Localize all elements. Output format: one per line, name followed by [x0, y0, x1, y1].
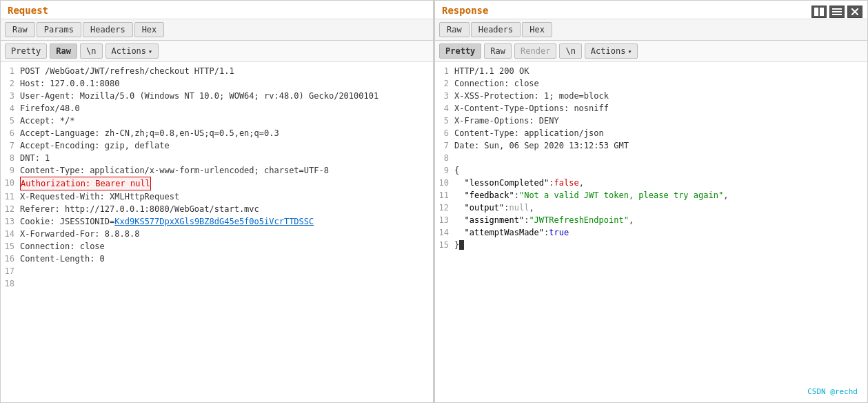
- request-line-18: 18: [1, 277, 433, 290]
- request-tab-raw[interactable]: Raw: [5, 22, 35, 37]
- response-line-7: 7 Date: Sun, 06 Sep 2020 13:12:53 GMT: [435, 139, 867, 152]
- request-line-2: 2 Host: 127.0.0.1:8080: [1, 77, 433, 90]
- request-tab-headers[interactable]: Headers: [83, 22, 133, 37]
- response-tab-headers[interactable]: Headers: [471, 22, 521, 37]
- request-panel: Request Raw Params Headers Hex Pretty Ra…: [0, 0, 434, 403]
- response-actions-btn[interactable]: Actions ▾: [585, 43, 638, 59]
- request-line-17: 17: [1, 265, 433, 277]
- response-line-10: 10 "lessonCompleted":false,: [435, 177, 867, 189]
- request-line-7: 7 Accept-Encoding: gzip, deflate: [1, 139, 433, 152]
- response-line-3: 3 X-XSS-Protection: 1; mode=block: [435, 90, 867, 102]
- request-line-4: 4 Firefox/48.0: [1, 102, 433, 115]
- request-tab-params[interactable]: Params: [37, 22, 81, 37]
- request-actions-chevron: ▾: [148, 48, 152, 55]
- response-tab-raw[interactable]: Raw: [439, 22, 470, 37]
- request-tab-bar: Raw Params Headers Hex: [1, 19, 433, 41]
- request-line-5: 5 Accept: */*: [1, 115, 433, 127]
- response-render-btn[interactable]: Render: [514, 43, 556, 59]
- response-line-6: 6 Content-Type: application/json: [435, 127, 867, 139]
- svg-rect-3: [832, 11, 842, 12]
- svg-rect-0: [814, 8, 818, 16]
- response-toolbar: Pretty Raw Render \n Actions ▾: [435, 41, 867, 62]
- response-n-btn[interactable]: \n: [559, 43, 581, 59]
- request-line-6: 6 Accept-Language: zh-CN,zh;q=0.8,en-US;…: [1, 127, 433, 139]
- request-tab-hex[interactable]: Hex: [134, 22, 165, 37]
- response-line-15: 15 }|: [435, 239, 867, 251]
- request-line-9: 9 Content-Type: application/x-www-form-u…: [1, 164, 433, 177]
- request-actions-btn[interactable]: Actions ▾: [105, 43, 159, 59]
- svg-rect-2: [832, 8, 842, 10]
- request-raw-btn[interactable]: Raw: [50, 43, 77, 59]
- request-title: Request: [1, 1, 433, 19]
- response-tab-bar: Raw Headers Hex: [435, 19, 867, 41]
- split-view-icon[interactable]: [811, 6, 827, 18]
- response-line-8: 8: [435, 152, 867, 164]
- request-line-16: 16 Content-Length: 0: [1, 253, 433, 265]
- request-n-btn[interactable]: \n: [80, 43, 102, 59]
- request-line-15: 15 Connection: close: [1, 240, 433, 253]
- request-line-14: 14 X-Forwarded-For: 8.8.8.8: [1, 228, 433, 240]
- response-line-14: 14 "attemptWasMade":true: [435, 226, 867, 239]
- request-line-1: 1 POST /WebGoat/JWT/refresh/checkout HTT…: [1, 65, 433, 77]
- request-line-8: 8 DNT: 1: [1, 152, 433, 164]
- request-line-10: 10 Authorization: Bearer null: [1, 177, 433, 190]
- response-pretty-btn[interactable]: Pretty: [439, 43, 481, 59]
- request-toolbar: Pretty Raw \n Actions ▾: [1, 41, 433, 62]
- response-line-4: 4 X-Content-Type-Options: nosniff: [435, 102, 867, 115]
- response-actions-chevron: ▾: [627, 48, 632, 55]
- response-line-5: 5 X-Frame-Options: DENY: [435, 115, 867, 127]
- close-icon[interactable]: [847, 6, 862, 18]
- response-line-9: 9 {: [435, 164, 867, 177]
- response-line-2: 2 Connection: close: [435, 77, 867, 90]
- response-tab-hex[interactable]: Hex: [522, 22, 552, 37]
- request-line-12: 12 Referer: http://127.0.0.1:8080/WebGoa…: [1, 203, 433, 215]
- request-line-3: 3 User-Agent: Mozilla/5.0 (Windows NT 10…: [1, 90, 433, 102]
- svg-rect-4: [832, 14, 842, 15]
- response-title: Response: [435, 1, 867, 19]
- watermark: CSDN @rechd: [807, 387, 858, 396]
- response-line-13: 13 "assignment":"JWTRefreshEndpoint",: [435, 214, 867, 226]
- list-view-icon[interactable]: [829, 6, 845, 18]
- request-pretty-btn[interactable]: Pretty: [5, 43, 47, 59]
- response-line-12: 12 "output":null,: [435, 202, 867, 214]
- request-line-13: 13 Cookie: JSESSIONID=Kxd9KS577DpxXGls9B…: [1, 215, 433, 228]
- request-content[interactable]: 1 POST /WebGoat/JWT/refresh/checkout HTT…: [1, 62, 433, 402]
- request-line-11: 11 X-Requested-With: XMLHttpRequest: [1, 190, 433, 203]
- response-content[interactable]: 1 HTTP/1.1 200 OK 2 Connection: close 3 …: [435, 62, 867, 402]
- response-raw-btn[interactable]: Raw: [484, 43, 512, 59]
- response-line-11: 11 "feedback":"Not a valid JWT token, pl…: [435, 189, 867, 202]
- svg-rect-1: [820, 8, 824, 16]
- response-panel: Response Raw Headers Hex Pretty Raw Rend…: [434, 0, 868, 403]
- response-line-1: 1 HTTP/1.1 200 OK: [435, 65, 867, 77]
